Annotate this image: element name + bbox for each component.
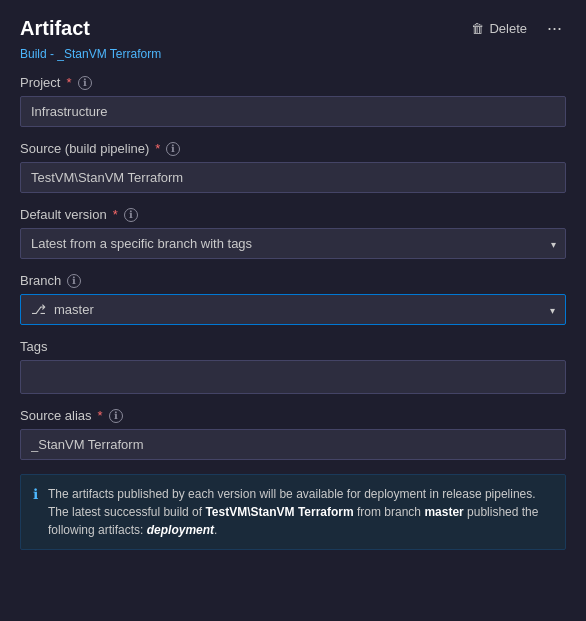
project-required: * <box>66 75 71 90</box>
more-options-button[interactable]: ··· <box>543 16 566 41</box>
source-alias-required: * <box>98 408 103 423</box>
source-info-icon[interactable]: ℹ <box>166 142 180 156</box>
branch-label-text: Branch <box>20 273 61 288</box>
info-artifact-name: deployment <box>147 523 214 537</box>
source-pipeline-group: Source (build pipeline) * ℹ <box>20 141 566 193</box>
project-info-icon[interactable]: ℹ <box>78 76 92 90</box>
tags-label-text: Tags <box>20 339 47 354</box>
default-version-label: Default version * ℹ <box>20 207 566 222</box>
tags-label: Tags <box>20 339 566 354</box>
info-box-text: The artifacts published by each version … <box>48 485 553 539</box>
project-label: Project * ℹ <box>20 75 566 90</box>
info-branch-name: master <box>424 505 463 519</box>
delete-button[interactable]: 🗑 Delete <box>465 19 533 38</box>
project-input[interactable] <box>20 96 566 127</box>
source-pipeline-input[interactable] <box>20 162 566 193</box>
subtitle: Build - _StanVM Terraform <box>0 45 586 75</box>
source-alias-group: Source alias * ℹ <box>20 408 566 460</box>
default-version-info-icon[interactable]: ℹ <box>124 208 138 222</box>
source-label-text: Source (build pipeline) <box>20 141 149 156</box>
panel-actions: 🗑 Delete ··· <box>465 16 566 41</box>
default-version-required: * <box>113 207 118 222</box>
source-alias-info-icon[interactable]: ℹ <box>109 409 123 423</box>
info-box: ℹ The artifacts published by each versio… <box>20 474 566 550</box>
branch-group: Branch ℹ ⎇ master develop main ▾ <box>20 273 566 325</box>
delete-label: Delete <box>489 21 527 36</box>
info-pipeline-name: TestVM\StanVM Terraform <box>205 505 353 519</box>
branch-info-icon[interactable]: ℹ <box>67 274 81 288</box>
delete-icon: 🗑 <box>471 21 484 36</box>
info-box-icon: ℹ <box>33 486 38 502</box>
form-body: Project * ℹ Source (build pipeline) * ℹ … <box>0 75 586 460</box>
default-version-select[interactable]: Latest from a specific branch with tags … <box>20 228 566 259</box>
branch-icon: ⎇ <box>21 295 54 324</box>
source-alias-label: Source alias * ℹ <box>20 408 566 423</box>
project-group: Project * ℹ <box>20 75 566 127</box>
source-required: * <box>155 141 160 156</box>
artifact-panel: Artifact 🗑 Delete ··· Build - _StanVM Te… <box>0 0 586 621</box>
default-version-select-wrapper: Latest from a specific branch with tags … <box>20 228 566 259</box>
branch-label: Branch ℹ <box>20 273 566 288</box>
panel-title: Artifact <box>20 17 90 40</box>
project-label-text: Project <box>20 75 60 90</box>
branch-select[interactable]: master develop main <box>54 295 565 324</box>
info-text-middle: from branch <box>354 505 425 519</box>
tags-input[interactable] <box>20 360 566 394</box>
panel-header: Artifact 🗑 Delete ··· <box>0 0 586 45</box>
source-alias-label-text: Source alias <box>20 408 92 423</box>
default-version-label-text: Default version <box>20 207 107 222</box>
tags-group: Tags <box>20 339 566 394</box>
default-version-group: Default version * ℹ Latest from a specif… <box>20 207 566 259</box>
branch-select-wrapper: ⎇ master develop main ▾ <box>20 294 566 325</box>
info-text-end: . <box>214 523 217 537</box>
source-alias-input[interactable] <box>20 429 566 460</box>
source-label: Source (build pipeline) * ℹ <box>20 141 566 156</box>
